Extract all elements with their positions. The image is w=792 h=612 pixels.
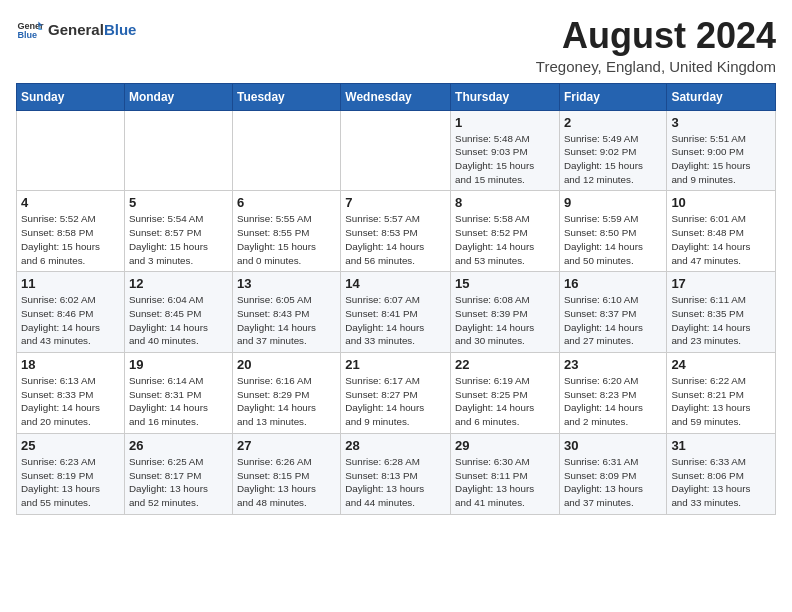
calendar-cell	[17, 110, 125, 191]
day-info: Sunrise: 6:33 AM Sunset: 8:06 PM Dayligh…	[671, 455, 771, 510]
day-number: 24	[671, 357, 771, 372]
calendar-cell: 11Sunrise: 6:02 AM Sunset: 8:46 PM Dayli…	[17, 272, 125, 353]
day-info: Sunrise: 5:51 AM Sunset: 9:00 PM Dayligh…	[671, 132, 771, 187]
weekday-header-friday: Friday	[559, 83, 666, 110]
day-number: 26	[129, 438, 228, 453]
svg-text:Blue: Blue	[17, 30, 37, 40]
calendar-cell: 17Sunrise: 6:11 AM Sunset: 8:35 PM Dayli…	[667, 272, 776, 353]
day-info: Sunrise: 5:55 AM Sunset: 8:55 PM Dayligh…	[237, 212, 336, 267]
calendar-cell: 31Sunrise: 6:33 AM Sunset: 8:06 PM Dayli…	[667, 433, 776, 514]
calendar-cell: 28Sunrise: 6:28 AM Sunset: 8:13 PM Dayli…	[341, 433, 451, 514]
day-info: Sunrise: 5:49 AM Sunset: 9:02 PM Dayligh…	[564, 132, 662, 187]
calendar-cell: 13Sunrise: 6:05 AM Sunset: 8:43 PM Dayli…	[232, 272, 340, 353]
calendar-cell: 10Sunrise: 6:01 AM Sunset: 8:48 PM Dayli…	[667, 191, 776, 272]
day-number: 30	[564, 438, 662, 453]
calendar-cell: 8Sunrise: 5:58 AM Sunset: 8:52 PM Daylig…	[451, 191, 560, 272]
day-info: Sunrise: 5:58 AM Sunset: 8:52 PM Dayligh…	[455, 212, 555, 267]
day-info: Sunrise: 6:20 AM Sunset: 8:23 PM Dayligh…	[564, 374, 662, 429]
day-info: Sunrise: 6:07 AM Sunset: 8:41 PM Dayligh…	[345, 293, 446, 348]
week-row-2: 4Sunrise: 5:52 AM Sunset: 8:58 PM Daylig…	[17, 191, 776, 272]
calendar-title: August 2024	[536, 16, 776, 56]
day-number: 14	[345, 276, 446, 291]
title-block: August 2024 Tregoney, England, United Ki…	[536, 16, 776, 75]
calendar-cell: 2Sunrise: 5:49 AM Sunset: 9:02 PM Daylig…	[559, 110, 666, 191]
day-number: 15	[455, 276, 555, 291]
calendar-cell: 1Sunrise: 5:48 AM Sunset: 9:03 PM Daylig…	[451, 110, 560, 191]
day-number: 18	[21, 357, 120, 372]
day-info: Sunrise: 6:19 AM Sunset: 8:25 PM Dayligh…	[455, 374, 555, 429]
calendar-cell: 21Sunrise: 6:17 AM Sunset: 8:27 PM Dayli…	[341, 353, 451, 434]
day-info: Sunrise: 6:25 AM Sunset: 8:17 PM Dayligh…	[129, 455, 228, 510]
day-info: Sunrise: 5:52 AM Sunset: 8:58 PM Dayligh…	[21, 212, 120, 267]
week-row-1: 1Sunrise: 5:48 AM Sunset: 9:03 PM Daylig…	[17, 110, 776, 191]
day-number: 9	[564, 195, 662, 210]
day-number: 28	[345, 438, 446, 453]
day-info: Sunrise: 6:11 AM Sunset: 8:35 PM Dayligh…	[671, 293, 771, 348]
day-number: 3	[671, 115, 771, 130]
day-info: Sunrise: 6:16 AM Sunset: 8:29 PM Dayligh…	[237, 374, 336, 429]
weekday-header-tuesday: Tuesday	[232, 83, 340, 110]
calendar-cell: 29Sunrise: 6:30 AM Sunset: 8:11 PM Dayli…	[451, 433, 560, 514]
calendar-cell: 26Sunrise: 6:25 AM Sunset: 8:17 PM Dayli…	[124, 433, 232, 514]
day-number: 31	[671, 438, 771, 453]
calendar-cell: 5Sunrise: 5:54 AM Sunset: 8:57 PM Daylig…	[124, 191, 232, 272]
logo-blue-text: Blue	[104, 21, 137, 38]
calendar-cell: 3Sunrise: 5:51 AM Sunset: 9:00 PM Daylig…	[667, 110, 776, 191]
day-info: Sunrise: 6:14 AM Sunset: 8:31 PM Dayligh…	[129, 374, 228, 429]
calendar-cell	[341, 110, 451, 191]
day-number: 8	[455, 195, 555, 210]
day-number: 12	[129, 276, 228, 291]
day-info: Sunrise: 6:30 AM Sunset: 8:11 PM Dayligh…	[455, 455, 555, 510]
week-row-5: 25Sunrise: 6:23 AM Sunset: 8:19 PM Dayli…	[17, 433, 776, 514]
weekday-header-saturday: Saturday	[667, 83, 776, 110]
weekday-header-wednesday: Wednesday	[341, 83, 451, 110]
day-number: 10	[671, 195, 771, 210]
day-number: 19	[129, 357, 228, 372]
calendar-table: SundayMondayTuesdayWednesdayThursdayFrid…	[16, 83, 776, 515]
day-number: 6	[237, 195, 336, 210]
day-info: Sunrise: 6:23 AM Sunset: 8:19 PM Dayligh…	[21, 455, 120, 510]
calendar-cell: 12Sunrise: 6:04 AM Sunset: 8:45 PM Dayli…	[124, 272, 232, 353]
calendar-cell: 6Sunrise: 5:55 AM Sunset: 8:55 PM Daylig…	[232, 191, 340, 272]
day-info: Sunrise: 5:57 AM Sunset: 8:53 PM Dayligh…	[345, 212, 446, 267]
day-info: Sunrise: 6:13 AM Sunset: 8:33 PM Dayligh…	[21, 374, 120, 429]
calendar-cell: 24Sunrise: 6:22 AM Sunset: 8:21 PM Dayli…	[667, 353, 776, 434]
weekday-header-row: SundayMondayTuesdayWednesdayThursdayFrid…	[17, 83, 776, 110]
calendar-subtitle: Tregoney, England, United Kingdom	[536, 58, 776, 75]
day-info: Sunrise: 5:59 AM Sunset: 8:50 PM Dayligh…	[564, 212, 662, 267]
day-number: 25	[21, 438, 120, 453]
day-info: Sunrise: 6:10 AM Sunset: 8:37 PM Dayligh…	[564, 293, 662, 348]
calendar-cell: 25Sunrise: 6:23 AM Sunset: 8:19 PM Dayli…	[17, 433, 125, 514]
day-info: Sunrise: 6:04 AM Sunset: 8:45 PM Dayligh…	[129, 293, 228, 348]
day-info: Sunrise: 6:05 AM Sunset: 8:43 PM Dayligh…	[237, 293, 336, 348]
weekday-header-sunday: Sunday	[17, 83, 125, 110]
week-row-3: 11Sunrise: 6:02 AM Sunset: 8:46 PM Dayli…	[17, 272, 776, 353]
calendar-cell: 20Sunrise: 6:16 AM Sunset: 8:29 PM Dayli…	[232, 353, 340, 434]
calendar-cell: 4Sunrise: 5:52 AM Sunset: 8:58 PM Daylig…	[17, 191, 125, 272]
day-number: 4	[21, 195, 120, 210]
day-info: Sunrise: 6:17 AM Sunset: 8:27 PM Dayligh…	[345, 374, 446, 429]
day-number: 16	[564, 276, 662, 291]
day-number: 23	[564, 357, 662, 372]
calendar-cell: 7Sunrise: 5:57 AM Sunset: 8:53 PM Daylig…	[341, 191, 451, 272]
day-info: Sunrise: 5:54 AM Sunset: 8:57 PM Dayligh…	[129, 212, 228, 267]
calendar-cell: 14Sunrise: 6:07 AM Sunset: 8:41 PM Dayli…	[341, 272, 451, 353]
day-info: Sunrise: 6:28 AM Sunset: 8:13 PM Dayligh…	[345, 455, 446, 510]
day-number: 21	[345, 357, 446, 372]
day-number: 2	[564, 115, 662, 130]
calendar-cell: 30Sunrise: 6:31 AM Sunset: 8:09 PM Dayli…	[559, 433, 666, 514]
day-number: 22	[455, 357, 555, 372]
calendar-cell: 23Sunrise: 6:20 AM Sunset: 8:23 PM Dayli…	[559, 353, 666, 434]
weekday-header-thursday: Thursday	[451, 83, 560, 110]
day-info: Sunrise: 5:48 AM Sunset: 9:03 PM Dayligh…	[455, 132, 555, 187]
calendar-cell: 27Sunrise: 6:26 AM Sunset: 8:15 PM Dayli…	[232, 433, 340, 514]
day-number: 7	[345, 195, 446, 210]
day-number: 27	[237, 438, 336, 453]
calendar-cell: 19Sunrise: 6:14 AM Sunset: 8:31 PM Dayli…	[124, 353, 232, 434]
day-info: Sunrise: 6:22 AM Sunset: 8:21 PM Dayligh…	[671, 374, 771, 429]
calendar-cell: 22Sunrise: 6:19 AM Sunset: 8:25 PM Dayli…	[451, 353, 560, 434]
calendar-cell: 16Sunrise: 6:10 AM Sunset: 8:37 PM Dayli…	[559, 272, 666, 353]
day-info: Sunrise: 6:08 AM Sunset: 8:39 PM Dayligh…	[455, 293, 555, 348]
day-number: 17	[671, 276, 771, 291]
day-info: Sunrise: 6:01 AM Sunset: 8:48 PM Dayligh…	[671, 212, 771, 267]
